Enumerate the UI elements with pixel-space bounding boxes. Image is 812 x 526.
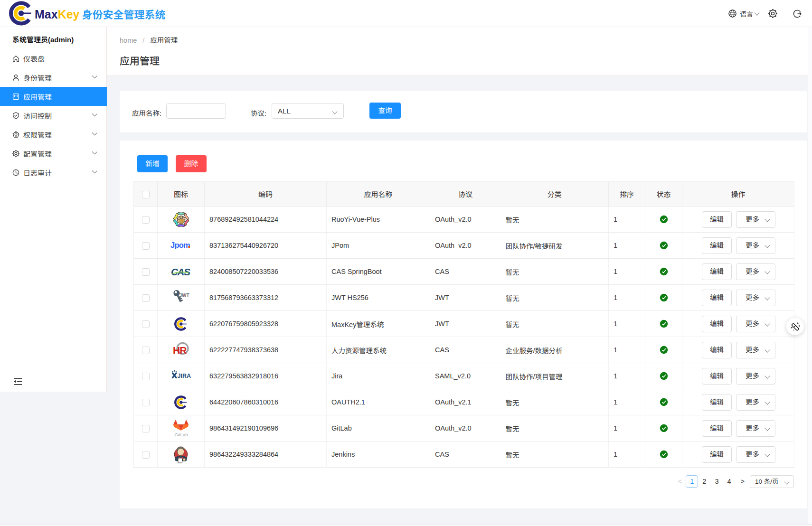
svg-text:JIRA: JIRA: [178, 373, 191, 379]
svg-text:HR: HR: [173, 345, 187, 356]
svg-text:Jpom: Jpom: [170, 241, 190, 249]
svg-text:JWT: JWT: [179, 293, 189, 298]
svg-text:GitLab: GitLab: [175, 432, 188, 437]
